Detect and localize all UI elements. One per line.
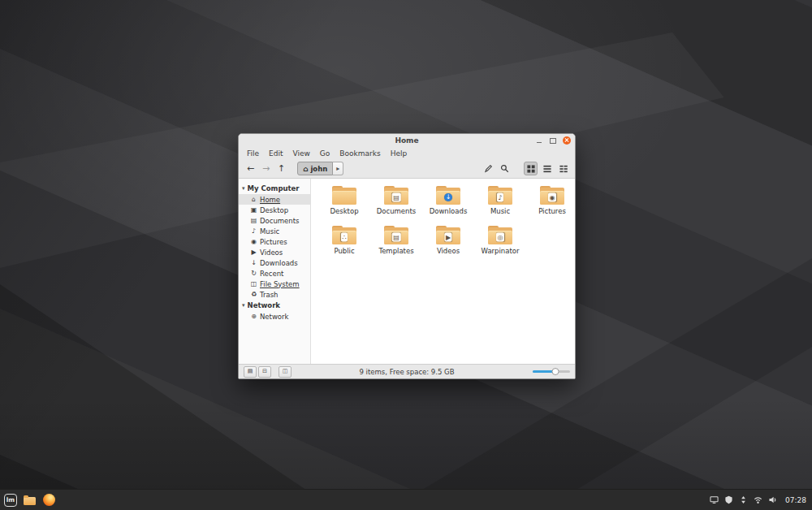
sidebar-item-label: Desktop [260, 206, 288, 214]
sidebar-item-network[interactable]: ⊕ Network [239, 311, 310, 322]
statusbar-tree-button[interactable]: ⊟ [258, 366, 271, 378]
sidebar-item-desktop[interactable]: ▣ Desktop [239, 205, 310, 215]
toolbar-right-group [482, 162, 570, 175]
warpinator-emblem-icon: ◎ [496, 233, 504, 242]
menu-help[interactable]: Help [386, 149, 412, 158]
breadcrumb-location-label: john [310, 165, 327, 173]
sidebar-item-home[interactable]: ⌂ Home [239, 194, 310, 205]
breadcrumb-next-button[interactable]: ▸ [333, 162, 343, 175]
sidebar: ▾ My Computer ⌂ Home ▣ Desktop ▤ Documen… [239, 179, 311, 364]
music-icon: ♪ [250, 228, 257, 235]
menu-edit[interactable]: Edit [264, 149, 287, 158]
close-button[interactable] [563, 136, 571, 145]
file-item-documents[interactable]: ▤ Documents [370, 186, 422, 215]
statusbar: ▤ ⊟ ◫ 9 items, Free space: 9.5 GB [239, 364, 575, 378]
file-item-desktop[interactable]: Desktop [318, 186, 370, 215]
back-button[interactable]: ← [244, 162, 257, 175]
minimize-button[interactable] [535, 136, 543, 145]
file-item-videos[interactable]: ▶ Videos [422, 226, 474, 255]
sidebar-item-videos[interactable]: ▶ Videos [239, 247, 310, 257]
tray-volume-icon[interactable] [768, 495, 777, 504]
downloads-icon: ↓ [250, 260, 257, 266]
file-view[interactable]: Desktop ▤ Documents ↓ Downloads [311, 179, 575, 364]
statusbar-places-button[interactable]: ▤ [244, 366, 257, 378]
edit-location-button[interactable] [482, 162, 495, 175]
tray-firewall-shield-icon[interactable] [724, 495, 733, 504]
file-item-templates[interactable]: ▤ Templates [370, 226, 422, 255]
taskbar: lm [0, 489, 812, 510]
document-emblem-icon: ▤ [392, 193, 401, 202]
compact-view-icon [559, 165, 568, 173]
titlebar[interactable]: Home [239, 134, 575, 147]
sidebar-item-downloads[interactable]: ↓ Downloads [239, 257, 310, 268]
desktop-icon: ▣ [250, 207, 257, 214]
sidebar-section-network[interactable]: ▾ Network [239, 300, 310, 311]
statusbar-split-button[interactable]: ◫ [279, 366, 292, 378]
pictures-icon: ◉ [250, 239, 257, 245]
file-item-music[interactable]: ♪ Music [474, 186, 526, 215]
file-label: Warpinator [482, 247, 520, 255]
share-emblem-icon: ∴ [341, 233, 348, 242]
menu-go[interactable]: Go [315, 149, 335, 158]
menu-file[interactable]: File [242, 149, 264, 158]
window-controls [535, 134, 571, 147]
file-label: Documents [377, 207, 416, 215]
sidebar-item-file-system[interactable]: ◫ File System [239, 279, 310, 289]
tray-wifi-icon[interactable] [754, 495, 762, 504]
sidebar-item-label: Videos [260, 249, 283, 257]
pencil-icon [484, 164, 493, 173]
file-label: Templates [378, 247, 413, 255]
file-grid: Desktop ▤ Documents ↓ Downloads [318, 186, 575, 266]
list-view-button[interactable] [540, 162, 554, 175]
mint-menu-button[interactable]: lm [4, 494, 17, 507]
sidebar-item-documents[interactable]: ▤ Documents [239, 215, 310, 226]
firefox-launcher[interactable] [41, 493, 56, 508]
breadcrumb: ⌂ john ▸ [297, 162, 343, 175]
file-label: Public [334, 247, 354, 255]
file-item-downloads[interactable]: ↓ Downloads [422, 186, 474, 215]
grid-view-button[interactable] [524, 162, 538, 175]
expander-icon: ▾ [242, 186, 245, 192]
file-manager-launcher[interactable] [22, 493, 37, 508]
search-button[interactable] [498, 162, 512, 175]
tray-display-icon[interactable] [710, 495, 719, 504]
folder-icon: ◎ [488, 226, 512, 244]
sidebar-item-label: Documents [260, 217, 299, 225]
file-item-pictures[interactable]: ◉ Pictures [526, 186, 575, 215]
tray-network-updown-icon[interactable] [739, 495, 748, 504]
breadcrumb-home-segment[interactable]: ⌂ john [297, 162, 333, 175]
menu-bookmarks[interactable]: Bookmarks [335, 149, 385, 158]
sidebar-item-label: Music [260, 227, 279, 236]
folder-icon [332, 186, 356, 205]
folder-icon: ▤ [384, 226, 408, 244]
zoom-slider[interactable] [533, 365, 570, 378]
sidebar-item-label: File System [260, 280, 300, 288]
toolbar: ← → ↑ ⌂ john ▸ [239, 159, 575, 179]
clock[interactable]: 07:28 [785, 496, 808, 504]
sidebar-section-my-computer[interactable]: ▾ My Computer [239, 183, 310, 194]
menu-view[interactable]: View [288, 149, 315, 158]
up-button[interactable]: ↑ [274, 162, 288, 175]
file-item-warpinator[interactable]: ◎ Warpinator [474, 226, 526, 255]
maximize-button[interactable] [549, 136, 557, 145]
sidebar-item-music[interactable]: ♪ Music [239, 226, 310, 236]
sidebar-item-recent[interactable]: ↻ Recent [239, 268, 310, 279]
sidebar-item-pictures[interactable]: ◉ Pictures [239, 236, 310, 247]
compact-view-button[interactable] [556, 162, 570, 175]
sidebar-item-trash[interactable]: ♻ Trash [239, 289, 310, 300]
home-icon: ⌂ [303, 165, 308, 173]
forward-button[interactable]: → [259, 162, 273, 175]
sidebar-item-label: Recent [260, 270, 283, 278]
file-label: Pictures [538, 207, 566, 215]
sidebar-item-label: Trash [260, 291, 278, 299]
file-item-public[interactable]: ∴ Public [318, 226, 370, 255]
file-label: Desktop [330, 207, 358, 215]
zoom-slider-handle[interactable] [551, 368, 559, 375]
download-emblem-icon: ↓ [444, 193, 452, 201]
sidebar-section-label: My Computer [248, 184, 300, 192]
sidebar-item-label: Downloads [260, 259, 298, 267]
folder-icon: ♪ [488, 186, 512, 205]
sidebar-item-label: Home [260, 196, 280, 204]
trash-icon: ♻ [250, 292, 257, 298]
expander-icon: ▾ [242, 303, 245, 309]
